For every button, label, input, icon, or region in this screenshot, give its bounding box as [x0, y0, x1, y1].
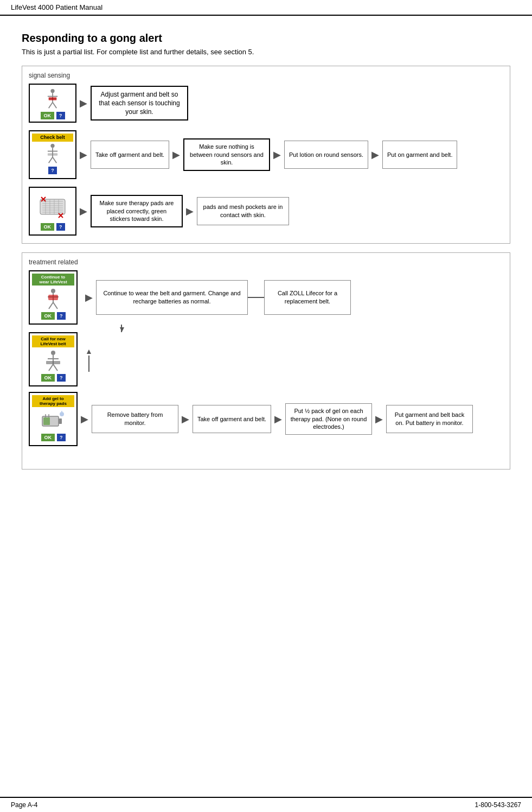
treatment-device-col: Continue towear LifeVest OK	[29, 270, 78, 386]
svg-line-38	[53, 364, 57, 371]
arrow-t1: ▶	[82, 291, 96, 303]
treatment-device-2: Call for newLifeVest belt OK	[29, 332, 78, 386]
svg-point-45	[60, 412, 64, 416]
page-footer: Page A-4 1-800-543-3267	[0, 797, 532, 812]
treatment-box: treatment related Continue towear LifeVe…	[22, 252, 510, 470]
treatment-row-2-flow: ▲	[82, 332, 503, 386]
svg-line-3	[49, 102, 53, 108]
arrow-2a: ▶	[76, 149, 91, 161]
arrow-gel-c: ▶	[271, 413, 285, 425]
btn-q-t3[interactable]: ?	[57, 434, 66, 441]
step-gel-2: Take off garment and belt.	[193, 405, 271, 433]
btn-q-t1[interactable]: ?	[57, 312, 66, 320]
step-2-1: Take off garment and belt.	[91, 141, 169, 169]
person-belt-icon	[43, 350, 63, 372]
treatment-row-gel: Add gel totherapy pads OK ?	[29, 392, 503, 446]
btn-ok-3[interactable]: OK	[41, 223, 55, 231]
signal-device-1: OK ?	[29, 84, 76, 123]
btn-ok-t2[interactable]: OK	[41, 374, 55, 382]
svg-rect-39	[46, 361, 60, 364]
signal-device-3: OK ?	[29, 187, 76, 236]
svg-line-32	[53, 302, 57, 309]
arrow-2b: ▶	[169, 149, 183, 161]
person-icon-2	[43, 143, 62, 165]
treatment-header-1: Continue towear LifeVest	[32, 274, 74, 286]
arrow-1: ▶	[76, 97, 91, 109]
step-2-4: Put on garment and belt.	[382, 141, 457, 169]
device-header-2: Check belt	[32, 134, 73, 142]
step-t-zoll: Call ZOLL Lifecor for a replacement belt…	[264, 280, 351, 315]
header-title: LifeVest 4000 Patient Manual	[11, 3, 102, 11]
svg-point-0	[50, 89, 54, 93]
treatment-buttons-2: OK ?	[32, 374, 74, 383]
btn-ok-t1[interactable]: OK	[41, 312, 55, 320]
btn-q-1[interactable]: ?	[56, 112, 65, 119]
btn-q-t2[interactable]: ?	[57, 374, 66, 382]
svg-point-28	[51, 289, 55, 293]
treatment-upper: Continue towear LifeVest OK	[29, 270, 503, 386]
signal-sensing-label: signal sensing	[29, 72, 503, 79]
signal-row-2: Check belt ? ▶ Take o	[29, 130, 503, 179]
svg-point-7	[50, 144, 54, 148]
signal-sensing-box: signal sensing	[22, 66, 510, 244]
page-subtitle: This is just a partial list. For complet…	[22, 48, 510, 56]
step-box-1-1: Adjust garment and belt so that each sen…	[91, 86, 188, 121]
arrow-gel-b: ▶	[178, 413, 193, 425]
step-3-2: pads and mesh pockets are in contact wit…	[197, 197, 289, 225]
page-content: Responding to a gong alert This is just …	[0, 16, 532, 489]
horiz-line-t1	[248, 297, 264, 298]
t1-connector	[248, 297, 264, 298]
btn-q-3[interactable]: ?	[56, 223, 65, 231]
arrow-3a: ▶	[76, 205, 91, 217]
arrow-3b: ▶	[183, 205, 197, 217]
device-icon-2	[43, 142, 62, 167]
treatment-device-1: Continue towear LifeVest OK	[29, 270, 78, 325]
device-icon-area-1	[43, 87, 62, 112]
step-2-3: Put lotion on round sensors.	[284, 141, 368, 169]
device-buttons-1: OK ?	[32, 112, 73, 121]
person-vest-icon	[43, 288, 63, 310]
btn-ok-1[interactable]: OK	[41, 112, 55, 119]
signal-row-3: OK ? ▶ Make sure therapy pads are placed…	[29, 187, 503, 236]
battery-icon	[41, 411, 65, 430]
page-header: LifeVest 4000 Patient Manual	[0, 0, 532, 16]
svg-rect-33	[48, 295, 58, 300]
signal-row-1: OK ? ▶ Adjust garment and belt so that e…	[29, 84, 503, 123]
step-t1: Continue to wear the belt and garment. C…	[96, 280, 248, 315]
treatment-row-1-flow: ▶ Continue to wear the belt and garment.…	[82, 270, 503, 325]
treatment-header-3: Add gel totherapy pads	[32, 395, 74, 407]
up-arrow-col: ▲	[85, 347, 93, 372]
device-buttons-2: ?	[32, 167, 73, 176]
vert-connector-t: ▼	[114, 325, 503, 332]
treatment-buttons-1: OK ?	[32, 312, 74, 321]
svg-rect-12	[48, 153, 57, 156]
svg-line-10	[49, 157, 53, 163]
step-gel-4: Put garment and belt back on. Put batter…	[386, 405, 473, 433]
svg-point-34	[51, 351, 55, 355]
treatment-buttons-3: OK ?	[32, 434, 74, 443]
treatment-icon-2	[43, 347, 63, 374]
arrow-gel-a: ▶	[78, 413, 92, 425]
step-gel-3: Put ½ pack of gel on each therapy pad. (…	[285, 403, 372, 435]
treatment-header-2: Call for newLifeVest belt	[32, 335, 74, 347]
svg-rect-41	[59, 418, 62, 424]
treatment-icon-3	[41, 407, 65, 434]
svg-line-37	[49, 364, 53, 371]
step-gel-1: Remove battery from monitor.	[92, 405, 178, 433]
treatment-icon-1	[43, 286, 63, 312]
arrow-2d: ▶	[368, 149, 382, 161]
pad-icon-1	[39, 195, 66, 219]
device-icon-3	[39, 190, 66, 223]
svg-line-11	[53, 157, 56, 163]
row2-arrow-area: ▲	[85, 347, 96, 372]
btn-q-2[interactable]: ?	[48, 167, 57, 174]
page-title: Responding to a gong alert	[22, 32, 510, 45]
step-2-2: Make sure nothing is between round senso…	[183, 138, 270, 172]
treatment-flow-top: ▶ Continue to wear the belt and garment.…	[78, 270, 503, 386]
signal-device-2: Check belt ?	[29, 130, 76, 179]
svg-line-4	[53, 102, 56, 108]
step-3-1: Make sure therapy pads are placed correc…	[91, 195, 183, 228]
person-icon-1	[43, 88, 62, 110]
arrow-gel-d: ▶	[372, 413, 386, 425]
btn-ok-t3[interactable]: OK	[41, 434, 55, 441]
